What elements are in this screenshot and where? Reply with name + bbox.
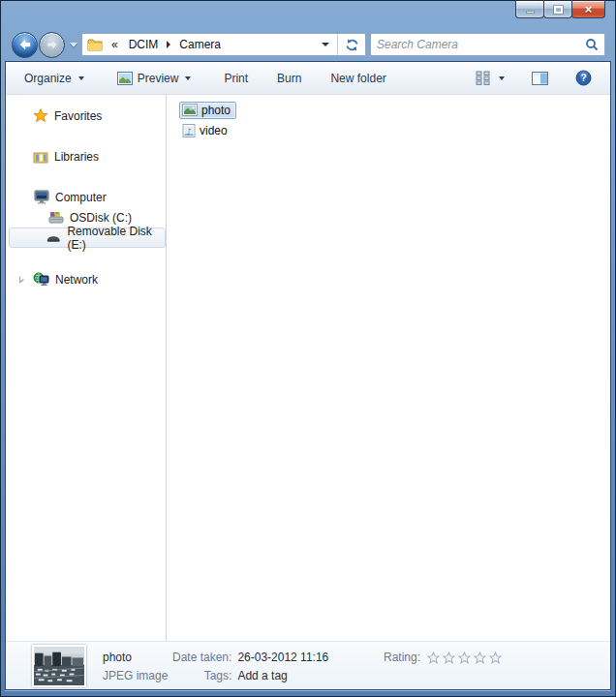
network-icon xyxy=(33,272,49,287)
libraries-icon xyxy=(33,150,48,164)
preview-pane-button[interactable] xyxy=(523,67,557,90)
minimize-icon xyxy=(526,11,535,14)
rating-label: Rating: xyxy=(384,649,420,667)
svg-text:?: ? xyxy=(580,73,586,83)
change-view-button[interactable] xyxy=(467,66,513,90)
sidebar-label: Favorites xyxy=(54,109,102,123)
preview-label: Preview xyxy=(138,72,179,85)
file-item-photo[interactable]: photo xyxy=(179,102,236,119)
details-pane: photo JPEG image Date taken: 26-03-2012 … xyxy=(6,641,610,689)
folder-body: Favorites Libraries xyxy=(6,95,610,641)
recent-pages-dropdown[interactable] xyxy=(70,43,77,47)
print-label: Print xyxy=(224,72,248,85)
details-file-name: photo xyxy=(103,649,172,667)
video-file-icon: ♪ xyxy=(182,124,196,137)
date-taken-label: Date taken: xyxy=(172,649,231,667)
toolbar-right-group: ? xyxy=(467,65,601,91)
computer-icon xyxy=(33,190,49,204)
sidebar-label: Computer xyxy=(55,191,107,204)
client-area: Organize Preview Print Burn New folder xyxy=(5,61,611,690)
views-icon xyxy=(476,71,492,85)
organize-button[interactable]: Organize xyxy=(15,67,93,90)
sidebar-item-computer[interactable]: Computer xyxy=(6,187,166,207)
explorer-window: × « DCIM Camera xyxy=(0,0,616,697)
chevron-down-icon xyxy=(78,76,84,80)
address-bar[interactable]: « DCIM Camera xyxy=(81,33,366,56)
file-row: ♪ video xyxy=(179,120,610,140)
file-row: photo xyxy=(179,100,610,120)
preview-button[interactable]: Preview xyxy=(108,67,200,90)
search-input[interactable] xyxy=(377,38,585,51)
breadcrumb-separator-icon[interactable] xyxy=(167,41,170,48)
maximize-button[interactable] xyxy=(543,0,572,18)
new-folder-button[interactable]: New folder xyxy=(322,67,394,90)
help-button[interactable]: ? xyxy=(567,65,601,91)
file-name: video xyxy=(200,124,228,137)
expand-arrow-icon[interactable] xyxy=(19,276,24,284)
folder-icon xyxy=(87,38,104,51)
print-button[interactable]: Print xyxy=(215,67,257,90)
address-dropdown-icon[interactable] xyxy=(322,43,329,46)
tags-label: Tags: xyxy=(172,667,231,685)
file-list[interactable]: photo ♪ video xyxy=(167,95,610,641)
command-toolbar: Organize Preview Print Burn New folder xyxy=(6,62,610,95)
details-name-block: photo JPEG image xyxy=(103,642,172,685)
window-controls: × xyxy=(516,0,605,18)
title-bar[interactable]: × xyxy=(5,1,611,28)
star-outline-icon[interactable] xyxy=(427,652,440,664)
file-name: photo xyxy=(201,104,231,117)
minimize-button[interactable] xyxy=(515,0,544,18)
removable-drive-icon xyxy=(46,233,61,243)
sidebar-item-removable-disk[interactable]: Removable Disk (E:) xyxy=(9,227,166,248)
star-outline-icon[interactable] xyxy=(489,652,502,664)
breadcrumb-item-dcim[interactable]: DCIM xyxy=(127,36,161,53)
date-taken-value: 26-03-2012 11:16 xyxy=(237,649,328,667)
spacer xyxy=(6,126,166,146)
sidebar-label: Libraries xyxy=(54,150,99,164)
photo-thumbnail[interactable] xyxy=(32,645,86,687)
search-icon[interactable] xyxy=(585,38,599,51)
tags-add-field[interactable]: Add a tag xyxy=(237,667,328,685)
details-metadata: Date taken: 26-03-2012 11:16 Tags: Add a… xyxy=(172,642,328,685)
refresh-icon xyxy=(345,38,359,52)
burn-button[interactable]: Burn xyxy=(268,67,310,90)
chevron-down-icon xyxy=(499,76,505,80)
details-rating: Rating: xyxy=(384,642,502,667)
breadcrumb: « DCIM Camera xyxy=(109,36,322,53)
sidebar-label: OSDisk (C:) xyxy=(70,211,132,225)
help-icon: ? xyxy=(575,70,592,86)
breadcrumb-item-camera[interactable]: Camera xyxy=(177,36,223,53)
star-icon xyxy=(33,108,48,123)
sidebar-label: Removable Disk (E:) xyxy=(67,225,165,252)
back-button[interactable] xyxy=(12,32,38,58)
sidebar-label: Network xyxy=(55,273,98,287)
forward-arrow-icon xyxy=(46,39,59,50)
sidebar-item-favorites[interactable]: Favorites xyxy=(6,106,166,126)
search-box[interactable] xyxy=(370,33,605,56)
new-folder-label: New folder xyxy=(330,72,385,85)
navigation-pane: Favorites Libraries xyxy=(6,95,167,641)
spacer xyxy=(6,167,166,187)
image-file-icon xyxy=(182,104,198,116)
burn-label: Burn xyxy=(277,72,301,85)
forward-button[interactable] xyxy=(39,32,65,58)
rating-stars xyxy=(427,652,502,664)
hard-drive-icon xyxy=(48,211,64,224)
preview-pane-icon xyxy=(532,72,548,85)
sidebar-item-libraries[interactable]: Libraries xyxy=(6,146,166,167)
details-file-type: JPEG image xyxy=(103,667,172,685)
close-icon: × xyxy=(585,3,593,15)
sidebar-item-network[interactable]: Network xyxy=(6,269,166,289)
file-item-video[interactable]: ♪ video xyxy=(179,122,233,139)
organize-label: Organize xyxy=(24,72,72,85)
refresh-button[interactable] xyxy=(337,33,365,56)
star-outline-icon[interactable] xyxy=(474,652,486,664)
back-arrow-icon xyxy=(18,39,32,50)
breadcrumb-overflow-chevron[interactable]: « xyxy=(109,36,120,53)
star-outline-icon[interactable] xyxy=(443,652,455,664)
star-outline-icon[interactable] xyxy=(458,652,471,664)
chevron-down-icon xyxy=(185,76,191,80)
navigation-bar: « DCIM Camera xyxy=(5,28,611,61)
maximize-icon xyxy=(554,6,563,14)
close-button[interactable]: × xyxy=(571,0,605,18)
